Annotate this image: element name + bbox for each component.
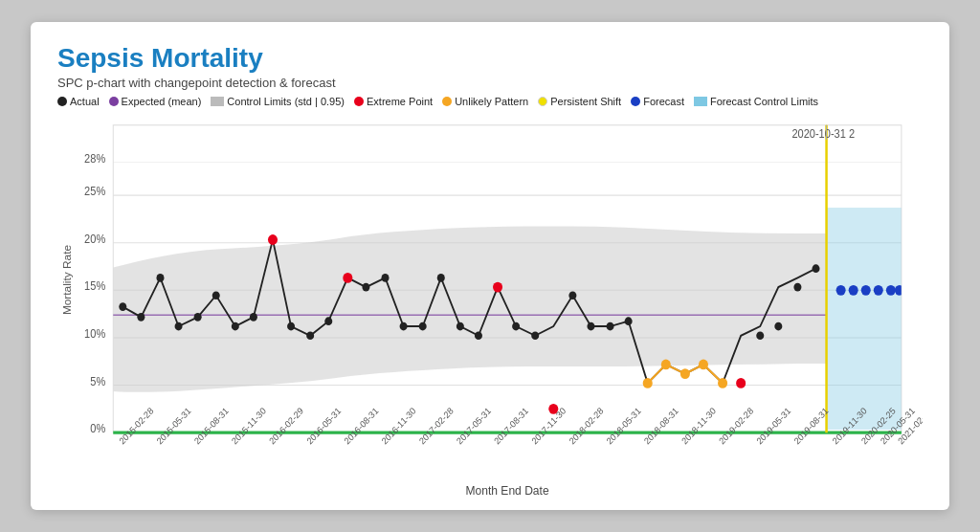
svg-point-46 [756,331,764,340]
svg-point-22 [212,291,220,299]
svg-point-58 [699,360,708,370]
page-title: Sepsis Mortality [57,43,923,74]
legend-persistent-label: Persistent Shift [550,96,621,107]
legend-extreme: Extreme Point [354,96,433,107]
legend-actual: Actual [57,96,100,107]
svg-text:2017-02-28: 2017-02-28 [417,406,455,446]
svg-text:10%: 10% [84,328,105,340]
svg-text:5%: 5% [90,375,105,387]
page-subtitle: SPC p-chart with changepoint detection &… [57,76,923,90]
svg-point-38 [587,322,594,331]
svg-text:2017-11-30: 2017-11-30 [530,406,568,446]
svg-text:2015-02-28: 2015-02-28 [118,406,155,446]
dashboard-card: Sepsis Mortality SPC p-chart with change… [31,22,949,510]
svg-text:2016-02-29: 2016-02-29 [268,406,305,446]
svg-text:2016-05-31: 2016-05-31 [305,406,343,446]
svg-point-60 [836,285,846,296]
svg-point-28 [362,283,369,292]
svg-point-48 [793,283,801,292]
legend-control-label: Control Limits (std | 0.95) [227,96,345,107]
legend-forecast-band-label: Forecast Control Limits [710,96,818,107]
legend-unlikely: Unlikely Pattern [442,96,528,107]
legend-actual-label: Actual [70,96,100,107]
svg-point-21 [194,313,202,321]
legend-persistent: Persistent Shift [538,96,621,107]
svg-point-36 [531,331,539,340]
unlikely-icon [442,97,452,106]
svg-text:2015-08-31: 2015-08-31 [192,406,230,446]
svg-text:25%: 25% [84,186,105,197]
svg-point-34 [475,331,482,340]
legend-forecast-band: Forecast Control Limits [694,96,818,107]
legend-forecast-label: Forecast [643,96,684,107]
expected-icon [109,97,119,106]
forecast-icon [631,97,640,106]
legend-control: Control Limits (std | 0.95) [211,96,345,107]
svg-point-19 [156,274,164,282]
svg-text:2018-05-31: 2018-05-31 [605,406,642,446]
svg-point-26 [306,331,314,340]
annotation-label: 2020-10-31 2 [791,127,855,139]
svg-point-29 [381,274,389,282]
svg-text:2015-05-31: 2015-05-31 [155,406,192,446]
forecast-band [827,208,902,432]
legend-expected: Expected (mean) [109,96,202,107]
svg-point-57 [680,368,690,379]
svg-text:28%: 28% [84,152,105,164]
svg-point-62 [861,285,871,296]
svg-point-47 [774,322,782,331]
svg-text:2019-05-31: 2019-05-31 [755,406,792,446]
y-axis-label: Mortality Rate [61,245,73,315]
svg-point-51 [343,273,352,283]
svg-point-33 [457,322,464,331]
svg-point-18 [137,313,145,321]
svg-text:2015-11-30: 2015-11-30 [230,406,267,446]
svg-text:2018-11-30: 2018-11-30 [679,406,717,446]
svg-point-17 [119,302,126,311]
svg-point-55 [643,378,653,388]
svg-point-40 [625,317,633,325]
svg-point-35 [512,322,520,331]
svg-point-50 [268,234,278,245]
chart-area: 0% 5% 10% 15% 20% 25% 28% Mortality Rate [57,115,923,497]
svg-point-49 [812,264,819,273]
chart-legend: Actual Expected (mean) Control Limits (s… [57,96,923,107]
svg-text:2019-02-28: 2019-02-28 [718,406,755,446]
svg-point-31 [419,322,427,331]
svg-text:2016-08-31: 2016-08-31 [343,406,380,446]
svg-text:2018-08-31: 2018-08-31 [642,406,679,446]
x-axis-labels: 2015-02-28 2015-05-31 2015-08-31 2015-11… [118,406,923,446]
svg-point-56 [661,360,671,370]
svg-point-32 [437,274,445,282]
svg-point-37 [568,291,576,299]
svg-point-25 [287,322,295,331]
svg-point-54 [736,378,746,388]
svg-point-61 [849,285,858,296]
svg-point-23 [232,322,239,331]
control-band [113,226,826,391]
x-axis-label: Month End Date [466,483,549,497]
svg-text:2016-11-30: 2016-11-30 [380,406,417,446]
persistent-icon [538,97,547,106]
svg-text:2018-02-28: 2018-02-28 [568,406,605,446]
extreme-icon [354,97,364,106]
control-icon [211,97,224,106]
svg-text:20%: 20% [84,233,105,244]
svg-text:2019-08-31: 2019-08-31 [792,406,830,446]
forecast-band-icon [694,97,707,106]
svg-point-27 [324,317,332,325]
svg-point-64 [886,285,896,296]
main-chart: 0% 5% 10% 15% 20% 25% 28% Mortality Rate [57,115,923,497]
svg-point-20 [175,322,183,331]
svg-point-63 [874,285,883,296]
svg-point-52 [493,282,502,293]
svg-point-65 [895,285,904,296]
svg-text:0%: 0% [90,423,105,434]
legend-unlikely-label: Unlikely Pattern [455,96,528,107]
svg-text:15%: 15% [84,280,105,292]
svg-point-39 [607,322,614,331]
svg-text:2017-08-31: 2017-08-31 [493,406,530,446]
svg-point-30 [400,322,408,331]
legend-extreme-label: Extreme Point [367,96,433,107]
legend-expected-label: Expected (mean) [122,96,202,107]
